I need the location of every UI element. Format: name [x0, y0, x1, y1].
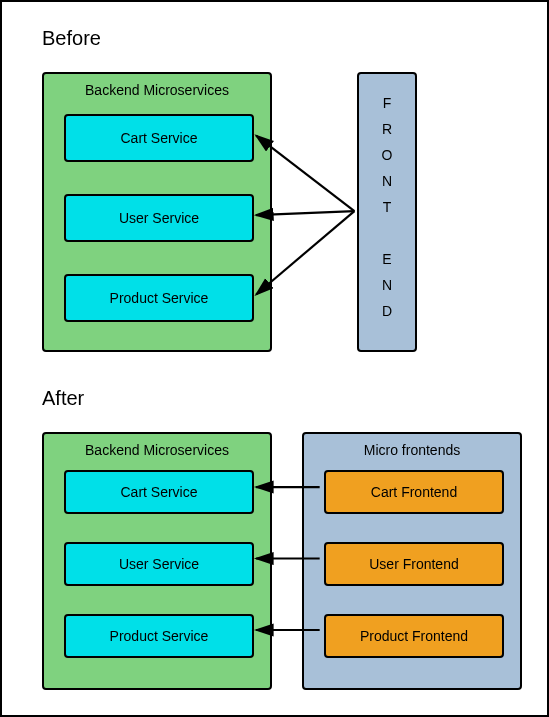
- frontend-item-label: Cart Frontend: [371, 484, 457, 500]
- frontend-monolith-before: FRONT END: [357, 72, 417, 352]
- service-cart-after: Cart Service: [64, 470, 254, 514]
- service-label: User Service: [119, 556, 199, 572]
- microfrontends-panel-title: Micro frontends: [304, 442, 520, 458]
- section-title-before: Before: [42, 27, 101, 50]
- frontend-cart-after: Cart Frontend: [324, 470, 504, 514]
- service-label: User Service: [119, 210, 199, 226]
- microfrontends-panel-after: Micro frontends Cart Frontend User Front…: [302, 432, 522, 690]
- frontend-item-label: User Frontend: [369, 556, 458, 572]
- section-title-after: After: [42, 387, 84, 410]
- frontend-product-after: Product Frontend: [324, 614, 504, 658]
- frontend-monolith-label: FRONT END: [379, 95, 395, 329]
- service-label: Product Service: [110, 290, 209, 306]
- service-user-before: User Service: [64, 194, 254, 242]
- backend-panel-title-before: Backend Microservices: [44, 82, 270, 98]
- service-cart-before: Cart Service: [64, 114, 254, 162]
- service-user-after: User Service: [64, 542, 254, 586]
- backend-panel-before: Backend Microservices Cart Service User …: [42, 72, 272, 352]
- diagram-page: Before Backend Microservices Cart Servic…: [0, 0, 549, 717]
- service-product-before: Product Service: [64, 274, 254, 322]
- service-label: Product Service: [110, 628, 209, 644]
- service-label: Cart Service: [120, 484, 197, 500]
- frontend-item-label: Product Frontend: [360, 628, 468, 644]
- frontend-user-after: User Frontend: [324, 542, 504, 586]
- service-label: Cart Service: [120, 130, 197, 146]
- backend-panel-after: Backend Microservices Cart Service User …: [42, 432, 272, 690]
- backend-panel-title-after: Backend Microservices: [44, 442, 270, 458]
- service-product-after: Product Service: [64, 614, 254, 658]
